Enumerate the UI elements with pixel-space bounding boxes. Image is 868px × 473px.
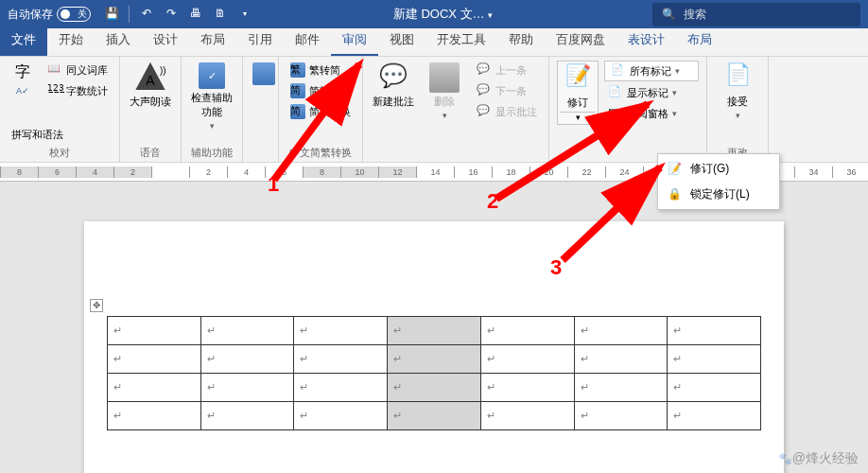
convert-button[interactable]: 简简繁转换 <box>286 102 355 121</box>
spelling-icon[interactable]: 字A✓ <box>8 61 38 97</box>
save-icon[interactable]: 💾 <box>104 6 119 21</box>
group-label <box>371 158 541 160</box>
table-row: ↵↵↵ ↵↵↵↵ <box>108 402 761 430</box>
count-icon: 1̲2̲3̲ <box>47 83 62 98</box>
readaloud-button[interactable]: A)) 大声朗读 <box>128 61 173 111</box>
thesaurus-button[interactable]: 📖同义词库 <box>43 61 112 79</box>
next-comment-button: 💬下一条 <box>473 81 541 100</box>
table-move-handle[interactable]: ✥ <box>90 299 103 312</box>
trad-to-simp-button[interactable]: 繁繁转简 <box>286 61 355 79</box>
autosave-toggle[interactable]: 自动保存 关 <box>8 7 91 23</box>
customize-qat-icon[interactable]: ▾ <box>237 6 252 21</box>
printpreview-icon[interactable]: 🗎 <box>213 6 228 21</box>
check-a11y-button[interactable]: ✓ 检查辅助功能 <box>189 61 234 132</box>
group-label: 中文简繁转换 <box>286 144 355 160</box>
reviewing-pane-dropdown[interactable]: ▤审阅窗格 <box>604 104 699 123</box>
search-placeholder: 搜索 <box>684 7 706 23</box>
markup-icon: 📄 <box>611 63 626 79</box>
ribbon-tabs: 文件 开始 插入 设计 布局 引用 邮件 审阅 视图 开发工具 帮助 百度网盘 … <box>0 28 868 57</box>
quick-access-toolbar: 💾 ↶ ↷ 🖶 🗎 ▾ <box>104 6 252 23</box>
tab-view[interactable]: 视图 <box>378 26 425 56</box>
autosave-state: 关 <box>78 8 87 21</box>
menu-item-lock-tracking[interactable]: 🔒 锁定修订(L) <box>660 182 777 207</box>
group-proofing: 字A✓ 📖同义词库 1̲2̲3̲字数统计 拼写和语法 校对 <box>0 57 120 162</box>
new-comment-button[interactable]: 💬 新建批注 <box>371 61 416 111</box>
group-label <box>251 158 270 160</box>
tab-insert[interactable]: 插入 <box>95 26 142 56</box>
tab-design[interactable]: 设计 <box>142 26 189 56</box>
search-box[interactable]: 🔍 搜索 <box>652 3 860 26</box>
tab-baidu-netdisk[interactable]: 百度网盘 <box>545 26 616 56</box>
group-chinese-conversion: 繁繁转简 简简转繁 简简繁转换 中文简繁转换 <box>279 57 363 162</box>
tab-table-design[interactable]: 表设计 <box>616 26 676 56</box>
s2t-icon: 简 <box>290 83 305 98</box>
tab-table-layout[interactable]: 布局 <box>676 26 723 56</box>
tab-review[interactable]: 审阅 <box>331 26 378 56</box>
group-tracking: 📝 修订 ▾ 📄所有标记 📄显示标记 ▤审阅窗格 <box>549 57 707 162</box>
document-table[interactable]: ↵↵↵ ↵↵↵↵ ↵↵↵ ↵↵↵↵ ↵↵↵ ↵↵↵↵ ↵↵↵ ↵↵↵↵ <box>107 316 761 430</box>
document-title: 新建 DOCX 文… ▾ <box>260 6 626 23</box>
watermark: 🐾@烽火经验 <box>778 450 859 467</box>
convert-icon: 简 <box>290 104 305 119</box>
document-area[interactable]: ✥ ↵↵↵ ↵↵↵↵ ↵↵↵ ↵↵↵↵ ↵↵↵ ↵↵↵↵ ↵↵↵ ↵↵↵↵ <box>0 182 868 473</box>
t2s-icon: 繁 <box>290 62 305 78</box>
tab-developer[interactable]: 开发工具 <box>425 26 497 56</box>
spelling-button[interactable]: 拼写和语法 <box>8 126 112 144</box>
group-changes: 📄 接受 更改 <box>707 57 769 162</box>
autosave-label: 自动保存 <box>8 7 53 23</box>
show-icon: 💬 <box>477 104 492 119</box>
book-icon: 📖 <box>47 62 62 78</box>
title-bar: 自动保存 关 💾 ↶ ↷ 🖶 🗎 ▾ 新建 DOCX 文… ▾ 🔍 搜索 <box>0 0 868 28</box>
accept-icon: 📄 <box>722 62 753 93</box>
table-row: ↵↵↵ ↵↵↵↵ <box>108 374 761 402</box>
redo-icon[interactable]: ↷ <box>164 6 179 21</box>
table-row: ↵↵↵ ↵↵↵↵ <box>108 317 761 345</box>
delete-comment-icon <box>429 62 460 93</box>
markup-display-dropdown[interactable]: 📄所有标记 <box>604 61 699 81</box>
menu-item-track[interactable]: 📝 修订(G) <box>660 156 777 182</box>
tab-file[interactable]: 文件 <box>0 26 47 56</box>
svg-text:A: A <box>146 73 155 88</box>
prev-comment-button: 💬上一条 <box>473 61 541 79</box>
search-icon: 🔍 <box>662 8 676 21</box>
comment-icon: 💬 <box>378 62 408 93</box>
track-icon: 📝 <box>668 162 683 177</box>
tab-references[interactable]: 引用 <box>236 26 284 56</box>
undo-icon[interactable]: ↶ <box>139 6 154 21</box>
globe-icon <box>252 62 275 85</box>
tab-mailings[interactable]: 邮件 <box>284 26 331 56</box>
ribbon: 字A✓ 📖同义词库 1̲2̲3̲字数统计 拼写和语法 校对 A)) 大声朗读 语… <box>0 57 868 163</box>
show-comments-button: 💬显示批注 <box>473 102 541 121</box>
track-changes-icon: 📝 <box>563 63 593 94</box>
page: ✥ ↵↵↵ ↵↵↵↵ ↵↵↵ ↵↵↵↵ ↵↵↵ ↵↵↵↵ ↵↵↵ ↵↵↵↵ <box>84 221 784 473</box>
tab-help[interactable]: 帮助 <box>497 26 545 56</box>
delete-comment-button: 删除 <box>422 61 467 122</box>
tab-home[interactable]: 开始 <box>47 26 95 56</box>
svg-text:)): )) <box>160 65 165 76</box>
tab-layout[interactable]: 布局 <box>189 26 236 56</box>
track-changes-menu: 📝 修订(G) 🔒 锁定修订(L) <box>657 153 780 210</box>
print-icon[interactable]: 🖶 <box>188 6 203 21</box>
language-button[interactable] <box>251 61 277 87</box>
show-markup-dropdown[interactable]: 📄显示标记 <box>604 83 699 102</box>
track-changes-button[interactable]: 📝 修订 ▾ <box>557 61 599 125</box>
group-label: 校对 <box>8 144 112 160</box>
group-comments: 💬 新建批注 删除 💬上一条 💬下一条 💬显示批注 <box>363 57 549 162</box>
separator <box>129 6 130 23</box>
wordcount-button[interactable]: 1̲2̲3̲字数统计 <box>43 81 112 100</box>
pane-icon: ▤ <box>608 106 623 121</box>
table-row: ↵↵↵ ↵↵↵↵ <box>108 345 761 374</box>
group-language <box>243 57 279 162</box>
next-icon: 💬 <box>477 83 492 98</box>
showmarkup-icon: 📄 <box>608 85 623 100</box>
accept-button[interactable]: 📄 接受 <box>715 61 760 122</box>
lock-icon: 🔒 <box>668 187 683 202</box>
group-speech: A)) 大声朗读 语音 <box>120 57 182 162</box>
group-label: 语音 <box>128 144 173 160</box>
simp-to-trad-button[interactable]: 简简转繁 <box>286 81 355 100</box>
prev-icon: 💬 <box>477 62 492 78</box>
group-label: 辅助功能 <box>189 144 234 160</box>
accessibility-icon: ✓ <box>199 62 225 89</box>
group-accessibility: ✓ 检查辅助功能 辅助功能 <box>182 57 243 162</box>
